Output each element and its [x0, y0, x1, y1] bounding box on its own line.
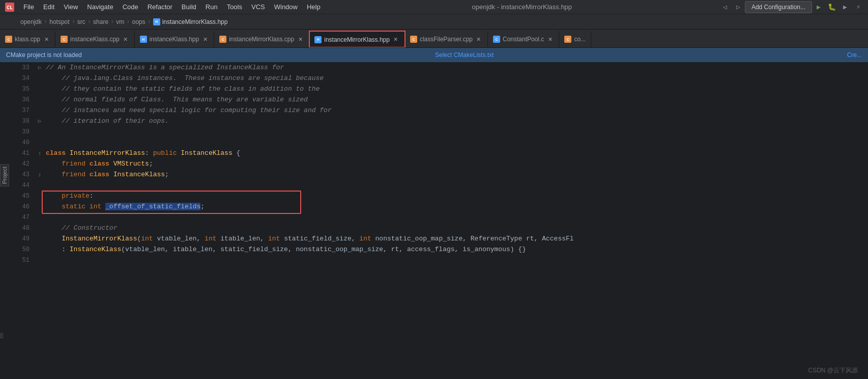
tab-co[interactable]: C co... — [559, 31, 591, 47]
menu-tools[interactable]: Tools — [223, 2, 246, 12]
line-content: friend class VMStructs; — [44, 160, 868, 168]
line-number: 45 — [11, 193, 36, 200]
window-title: openjdk - instanceMirrorKlass.hpp — [326, 3, 718, 11]
breadcrumb-share[interactable]: share — [93, 18, 108, 25]
tab-close-icon[interactable]: ✕ — [546, 36, 554, 43]
line-content: static int _offset_of_static_fields; — [44, 203, 868, 210]
tab-klass-cpp[interactable]: C klass.cpp ✕ — [0, 31, 55, 47]
add-configuration-button[interactable]: Add Configuration... — [745, 1, 812, 13]
notification-action-create[interactable]: Cre... — [847, 51, 862, 59]
notification-action-select[interactable]: Select CMakeLists.txt — [435, 51, 494, 59]
code-line: 35 // they contain the static fields of … — [11, 84, 868, 94]
breadcrumb-src[interactable]: src — [77, 18, 85, 25]
menu-bar: CL File Edit View Navigate Code Refactor… — [0, 0, 868, 14]
menu-window[interactable]: Window — [270, 2, 302, 12]
menu-code[interactable]: Code — [119, 2, 142, 12]
app-logo: CL — [4, 2, 15, 13]
line-number: 43 — [11, 171, 36, 178]
nav-forward-icon[interactable]: ▷ — [733, 2, 744, 13]
gutter-icon: ▷ — [36, 118, 44, 124]
tab-constantpool-c[interactable]: C ConstantPool.c ✕ — [488, 31, 559, 47]
line-content: // Constructor — [44, 224, 868, 232]
breadcrumb-bar: openjdk › hotspot › src › share › vm › o… — [0, 14, 868, 30]
gutter-icon: ↕ — [36, 150, 44, 156]
line-content: // An InstanceMirrorKlass is a specializ… — [44, 64, 868, 71]
menu-navigate[interactable]: Navigate — [83, 2, 117, 12]
menu-run[interactable]: Run — [201, 2, 222, 12]
notification-message: CMake project is not loaded — [6, 51, 82, 59]
tab-close-icon[interactable]: ✕ — [297, 36, 304, 43]
line-number: 36 — [11, 96, 36, 103]
run-toolbar: ▶ 🐛 ▶ ⚡ — [813, 2, 864, 13]
line-number: 38 — [11, 118, 36, 125]
code-line: 45 private: — [11, 191, 868, 201]
menu-view[interactable]: View — [60, 2, 82, 12]
code-line: 46 static int _offset_of_static_fields; — [11, 201, 868, 212]
tab-label: ConstantPool.c — [503, 36, 544, 43]
code-line: 48 // Constructor — [11, 223, 868, 233]
tab-instancemirrorklass-cpp[interactable]: C instanceMirrorKlass.cpp ✕ — [214, 31, 309, 47]
code-line: 34 // java.lang.Class instances. These i… — [11, 73, 868, 84]
tab-classfileparser-cpp[interactable]: C classFileParser.cpp ✕ — [405, 31, 488, 47]
line-number: 48 — [11, 225, 36, 232]
menu-file[interactable]: File — [19, 2, 38, 12]
code-line: 33▷// An InstanceMirrorKlass is a specia… — [11, 62, 868, 73]
line-number: 41 — [11, 150, 36, 157]
nav-back-icon[interactable]: ◁ — [719, 2, 731, 13]
breadcrumb-vm[interactable]: vm — [116, 18, 124, 25]
tab-icon: C — [564, 36, 571, 43]
tab-close-icon[interactable]: ✕ — [475, 36, 482, 43]
line-content: // java.lang.Class instances. These inst… — [44, 74, 868, 82]
tab-instanceklass-cpp[interactable]: C instanceKlass.cpp ✕ — [55, 31, 135, 47]
line-content: InstanceMirrorKlass(int vtable_len, int … — [44, 235, 868, 242]
menu-refactor[interactable]: Refactor — [143, 2, 177, 12]
breadcrumb-current-file[interactable]: H instanceMirrorKlass.hpp — [153, 18, 228, 25]
tab-close-icon[interactable]: ✕ — [122, 36, 129, 43]
line-content: class InstanceMirrorKlass: public Instan… — [44, 149, 868, 157]
menu-build[interactable]: Build — [178, 2, 200, 12]
breadcrumb-hotspot[interactable]: hotspot — [49, 18, 69, 25]
line-content: private: — [44, 192, 868, 200]
debug-button[interactable]: 🐛 — [826, 2, 837, 13]
svg-text:CL: CL — [7, 5, 13, 11]
line-content: // they contain the static fields of the… — [44, 85, 868, 93]
tab-close-icon[interactable]: ✕ — [201, 36, 209, 43]
menu-edit[interactable]: Edit — [39, 2, 59, 12]
tab-close-icon[interactable]: ✕ — [43, 36, 50, 43]
code-line: 50 : InstanceKlass(vtable_len, itable_le… — [11, 244, 868, 255]
tab-instanceklass-hpp[interactable]: H instanceKlass.hpp ✕ — [135, 31, 214, 47]
code-line: 47 — [11, 212, 868, 223]
tab-icon: C — [219, 36, 226, 43]
tab-label: classFileParser.cpp — [420, 36, 473, 43]
code-line: 43↕ friend class InstanceKlass; — [11, 169, 868, 180]
run-button[interactable]: ▶ — [813, 2, 824, 13]
code-line: 42 friend class VMStructs; — [11, 158, 868, 169]
menu-vcs[interactable]: VCS — [247, 2, 269, 12]
code-line: 51 — [11, 255, 868, 265]
menu-help[interactable]: Help — [303, 2, 325, 12]
line-number: 33 — [11, 64, 36, 71]
line-content: friend class InstanceKlass; — [44, 171, 868, 178]
tab-icon: C — [61, 36, 68, 43]
tab-close-icon[interactable]: ✕ — [392, 36, 399, 43]
line-content: : InstanceKlass(vtable_len, itable_len, … — [44, 246, 868, 253]
line-number: 34 — [11, 75, 36, 82]
tab-icon: H — [314, 36, 322, 43]
breadcrumb-openjdk[interactable]: openjdk — [20, 18, 42, 25]
profiler-button[interactable]: ⚡ — [853, 2, 864, 13]
line-content: // normal fields of Class. This means th… — [44, 96, 868, 103]
project-sidebar-label[interactable]: Project — [0, 164, 9, 186]
breadcrumb-oops[interactable]: oops — [132, 18, 145, 25]
line-number: 44 — [11, 182, 36, 189]
line-number: 47 — [11, 214, 36, 221]
structure-sidebar-label[interactable] — [0, 333, 3, 338]
file-type-icon: H — [153, 18, 160, 25]
line-number: 37 — [11, 107, 36, 114]
coverage-button[interactable]: ▶ — [840, 2, 851, 13]
code-editor[interactable]: 33▷// An InstanceMirrorKlass is a specia… — [11, 62, 868, 379]
gutter-icon: ↕ — [36, 172, 44, 178]
main-layout: Project 33▷// An InstanceMirrorKlass is … — [0, 62, 868, 379]
line-number: 39 — [11, 128, 36, 136]
tab-instancemirrorklass-hpp[interactable]: H instanceMirrorKlass.hpp ✕ — [309, 31, 405, 47]
line-number: 35 — [11, 86, 36, 93]
